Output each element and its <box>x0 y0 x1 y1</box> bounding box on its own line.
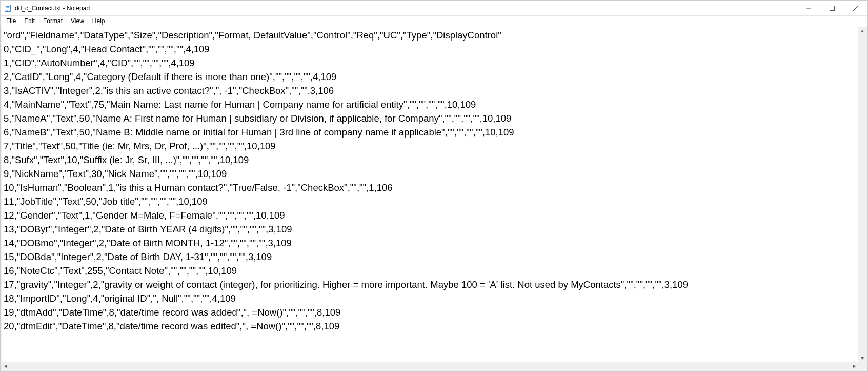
menu-edit[interactable]: Edit <box>21 17 38 25</box>
svg-rect-6 <box>830 6 835 10</box>
svg-marker-10 <box>861 357 864 360</box>
minimize-button[interactable] <box>797 1 820 16</box>
editor-area: "ord","Fieldname","DataType","Size","Des… <box>1 27 867 371</box>
scroll-up-icon[interactable] <box>858 27 866 35</box>
vertical-scroll-track[interactable] <box>858 35 866 354</box>
vertical-scrollbar[interactable] <box>858 27 866 362</box>
scroll-down-icon[interactable] <box>858 354 866 362</box>
horizontal-scrollbar[interactable] <box>2 362 858 370</box>
svg-marker-11 <box>4 365 7 368</box>
titlebar[interactable]: dd_c_Contact.txt - Notepad <box>1 1 867 16</box>
menu-help[interactable]: Help <box>89 17 109 25</box>
menu-view[interactable]: View <box>67 17 88 25</box>
scrollbar-corner <box>858 362 866 370</box>
notepad-icon <box>4 4 12 12</box>
text-content[interactable]: "ord","Fieldname","DataType","Size","Des… <box>2 27 858 362</box>
menubar: File Edit Format View Help <box>1 16 867 26</box>
menu-file[interactable]: File <box>3 17 19 25</box>
scroll-left-icon[interactable] <box>2 362 10 370</box>
maximize-button[interactable] <box>820 1 844 16</box>
window-title: dd_c_Contact.txt - Notepad <box>15 5 90 12</box>
close-button[interactable] <box>844 1 867 16</box>
menu-format[interactable]: Format <box>39 17 66 25</box>
horizontal-scroll-track[interactable] <box>10 362 850 370</box>
svg-marker-9 <box>861 30 864 32</box>
svg-rect-0 <box>5 5 11 11</box>
notepad-window: dd_c_Contact.txt - Notepad File Edit For… <box>0 0 868 372</box>
scroll-right-icon[interactable] <box>850 362 858 370</box>
svg-marker-12 <box>853 365 856 368</box>
